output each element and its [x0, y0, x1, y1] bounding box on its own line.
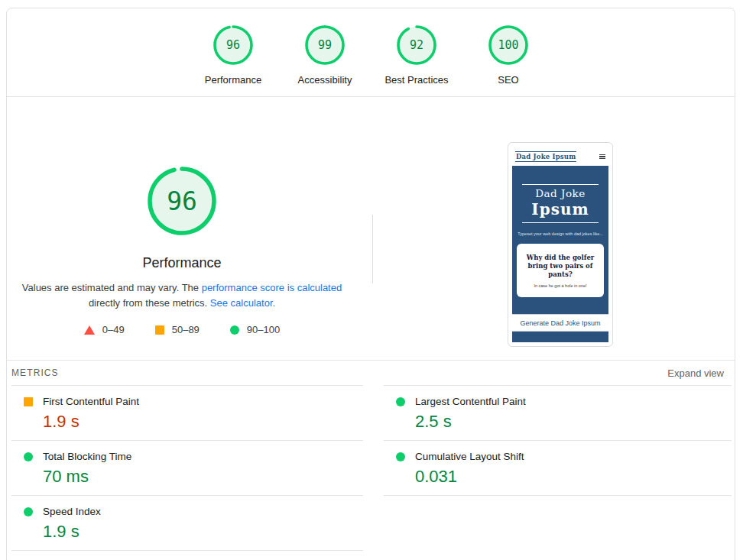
- performance-gauge: 96: [212, 24, 255, 66]
- category-gauge-performance[interactable]: 96 Performance: [187, 24, 279, 96]
- metrics-grid: First Contentful Paint 1.9 s Total Block…: [7, 385, 735, 551]
- metric-name: Speed Index: [43, 506, 101, 517]
- category-gauge-seo[interactable]: 100 SEO: [462, 24, 554, 96]
- screenshot-site-header: Dad Joke Ipsum: [512, 147, 608, 166]
- score-calculation-link[interactable]: performance score is calculated: [202, 282, 342, 293]
- description-text: directly from these metrics.: [89, 297, 210, 309]
- metric-value: 1.9 s: [43, 412, 351, 432]
- legend-range: 0–49: [102, 324, 125, 335]
- hero-title-line1: Dad Joke: [522, 187, 599, 199]
- metric-name: Largest Contentful Paint: [415, 396, 526, 407]
- expand-view-button[interactable]: Expand view: [667, 367, 724, 379]
- accessibility-score: 99: [303, 24, 346, 66]
- metric-value: 70 ms: [43, 467, 351, 487]
- metrics-column-left: First Contentful Paint 1.9 s Total Block…: [11, 385, 363, 551]
- performance-main-score: 96: [145, 164, 219, 238]
- seo-label: SEO: [462, 74, 554, 86]
- joke-answer: In case he got a hole in one!: [524, 283, 597, 288]
- metric-cumulative-layout-shift: Cumulative Layout Shift 0.031: [384, 441, 732, 496]
- pass-circle-icon: [24, 452, 33, 461]
- joke-card: Why did the golfer bring two pairs of pa…: [517, 244, 604, 297]
- metric-largest-contentful-paint: Largest Contentful Paint 2.5 s: [384, 386, 732, 441]
- performance-label: Performance: [187, 74, 279, 86]
- screenshot-content: Dad Joke Ipsum Dad Joke Ipsum Typeset yo…: [512, 147, 608, 342]
- page-screenshot-thumbnail[interactable]: Dad Joke Ipsum Dad Joke Ipsum Typeset yo…: [508, 142, 613, 347]
- category-summary: 96 Performance 99 Accessibility 92: [7, 8, 735, 96]
- pass-circle-icon: [230, 325, 239, 335]
- legend-item-pass: 90–100: [230, 324, 280, 335]
- category-gauge-accessibility[interactable]: 99 Accessibility: [279, 24, 371, 96]
- best-practices-gauge: 92: [395, 24, 438, 66]
- score-legend: 0–49 50–89 90–100: [7, 324, 357, 335]
- performance-section-title: Performance: [7, 255, 357, 271]
- legend-item-average: 50–89: [155, 324, 200, 335]
- accessibility-label: Accessibility: [279, 74, 371, 86]
- metric-name: Total Blocking Time: [43, 451, 131, 462]
- seo-gauge: 100: [487, 24, 530, 66]
- metric-total-blocking-time: Total Blocking Time 70 ms: [11, 441, 363, 496]
- seo-score: 100: [487, 24, 530, 66]
- hero-title-line2: Ipsum: [522, 200, 599, 218]
- hero-title: Dad Joke Ipsum: [522, 184, 599, 223]
- lighthouse-report-card: 96 Performance 99 Accessibility 92: [6, 8, 735, 560]
- metrics-column-right: Largest Contentful Paint 2.5 s Cumulativ…: [384, 385, 732, 551]
- screenshot-hero-area: Dad Joke Ipsum Typeset your web design w…: [512, 166, 608, 342]
- metric-value: 1.9 s: [43, 522, 351, 542]
- pass-circle-icon: [396, 452, 405, 461]
- performance-score: 96: [212, 24, 255, 66]
- metric-first-contentful-paint: First Contentful Paint 1.9 s: [11, 386, 363, 441]
- metrics-section: METRICS Expand view First Contentful Pai…: [7, 360, 735, 551]
- metrics-heading: METRICS: [11, 367, 59, 378]
- best-practices-label: Best Practices: [371, 74, 462, 86]
- best-practices-score: 92: [395, 24, 438, 66]
- performance-section: 96 Performance Values are estimated and …: [7, 97, 735, 360]
- vertical-divider: [372, 215, 373, 283]
- legend-item-fail: 0–49: [84, 324, 125, 335]
- performance-description: Values are estimated and may vary. The p…: [18, 280, 346, 311]
- metric-name: First Contentful Paint: [43, 396, 139, 407]
- performance-main-gauge: 96: [145, 164, 219, 238]
- metrics-header: METRICS Expand view: [7, 361, 735, 385]
- metric-name: Cumulative Layout Shift: [415, 451, 524, 462]
- pass-circle-icon: [24, 507, 33, 516]
- fail-triangle-icon: [84, 325, 95, 335]
- metric-value: 2.5 s: [415, 412, 719, 432]
- legend-range: 50–89: [172, 324, 200, 335]
- see-calculator-link[interactable]: See calculator.: [210, 297, 275, 309]
- hamburger-menu-icon: [599, 154, 605, 159]
- performance-gauge-pane: 96 Performance Values are estimated and …: [7, 97, 372, 360]
- hero-subtitle: Typeset your web design with dad jokes l…: [518, 231, 603, 236]
- joke-question: Why did the golfer bring two pairs of pa…: [524, 254, 597, 279]
- category-gauge-best-practices[interactable]: 92 Best Practices: [371, 24, 462, 96]
- average-square-icon: [155, 325, 164, 335]
- description-text: Values are estimated and may vary. The: [22, 282, 202, 293]
- metric-value: 0.031: [415, 467, 719, 487]
- accessibility-gauge: 99: [303, 24, 346, 66]
- average-square-icon: [24, 397, 33, 406]
- legend-range: 90–100: [247, 324, 280, 335]
- metric-speed-index: Speed Index 1.9 s: [11, 496, 363, 551]
- pass-circle-icon: [396, 397, 405, 406]
- site-logo-text: Dad Joke Ipsum: [515, 151, 576, 162]
- generate-joke-button: Generate Dad Joke Ipsum: [512, 314, 608, 332]
